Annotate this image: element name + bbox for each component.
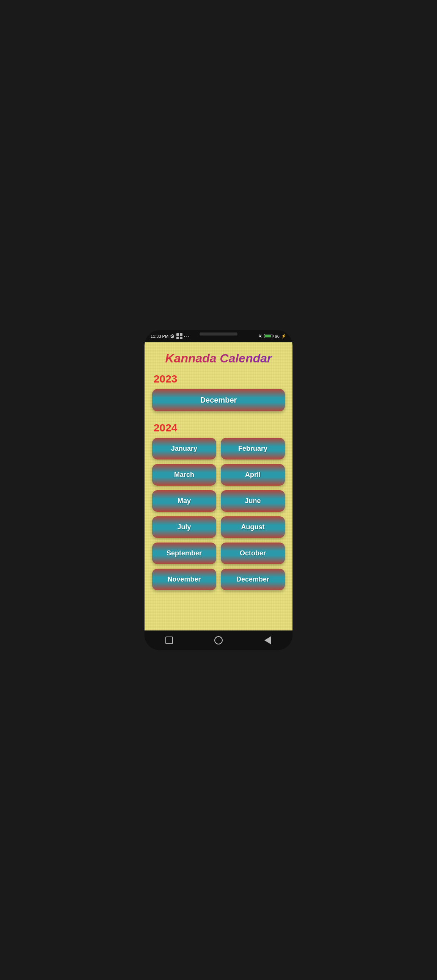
months-row-6: November December (152, 569, 285, 590)
section-2023: 2023 December (152, 373, 285, 416)
year-2023: 2023 (154, 373, 285, 385)
notch (199, 332, 238, 336)
status-bar: 11:33 PM ⚙ ··· ✈ 96 ⚡ (145, 330, 292, 342)
charging-icon: ⚡ (281, 334, 286, 339)
month-january-2024[interactable]: January (152, 438, 216, 460)
month-october-2024[interactable]: October (221, 542, 285, 564)
nav-home-button[interactable] (211, 633, 226, 648)
nav-back-button[interactable] (260, 633, 275, 648)
status-right: ✈ 96 ⚡ (258, 333, 286, 339)
months-row-3: May June (152, 490, 285, 512)
month-august-2024[interactable]: August (221, 516, 285, 538)
month-april-2024[interactable]: April (221, 464, 285, 486)
recents-icon (165, 636, 173, 644)
battery-icon (264, 334, 273, 338)
time-display: 11:33 PM (151, 334, 168, 339)
months-row-2: March April (152, 464, 285, 486)
navigation-bar (145, 630, 292, 650)
grid-icon (176, 333, 182, 339)
month-december-2023[interactable]: December (152, 389, 285, 411)
month-march-2024[interactable]: March (152, 464, 216, 486)
home-icon (214, 636, 223, 644)
phone-frame: 11:33 PM ⚙ ··· ✈ 96 ⚡ Kannada Calendar (145, 330, 292, 650)
nav-recents-button[interactable] (162, 633, 177, 648)
battery-percent: 96 (275, 334, 279, 339)
month-november-2024[interactable]: November (152, 569, 216, 590)
status-left: 11:33 PM ⚙ ··· (151, 333, 190, 339)
settings-icon: ⚙ (170, 333, 175, 339)
month-june-2024[interactable]: June (221, 490, 285, 512)
month-may-2024[interactable]: May (152, 490, 216, 512)
app-title: Kannada Calendar (152, 352, 285, 366)
more-icon: ··· (184, 334, 190, 339)
month-february-2024[interactable]: February (221, 438, 285, 460)
section-2024: 2024 January February March April May Ju… (152, 422, 285, 590)
year-2024: 2024 (154, 422, 285, 434)
months-row-1: January February (152, 438, 285, 460)
screen-content: Kannada Calendar 2023 December 2024 Janu… (145, 342, 292, 630)
back-icon (265, 636, 271, 644)
month-december-2024[interactable]: December (221, 569, 285, 590)
months-row-5: September October (152, 542, 285, 564)
airplane-icon: ✈ (257, 332, 264, 339)
month-july-2024[interactable]: July (152, 516, 216, 538)
months-row-4: July August (152, 516, 285, 538)
month-september-2024[interactable]: September (152, 542, 216, 564)
